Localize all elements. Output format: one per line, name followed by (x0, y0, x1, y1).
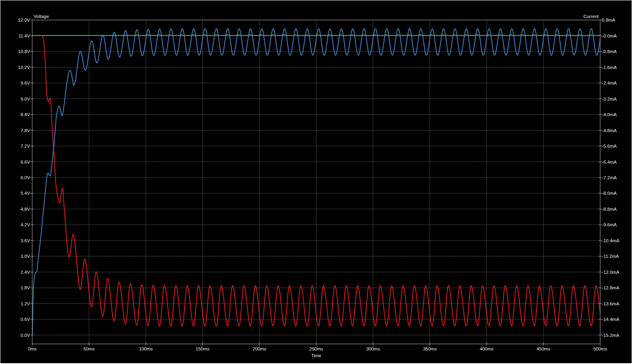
svg-text:7.2V: 7.2V (20, 144, 30, 148)
svg-text:4.2V: 4.2V (20, 222, 30, 227)
svg-text:-11.2mA: -11.2mA (602, 254, 619, 259)
svg-text:7.8V: 7.8V (20, 128, 30, 133)
svg-text:0.0V: 0.0V (20, 333, 30, 338)
svg-text:-4.0mA: -4.0mA (602, 112, 617, 117)
svg-text:-7.2mA: -7.2mA (602, 175, 617, 180)
svg-text:10.8V: 10.8V (18, 49, 30, 54)
svg-text:0ms: 0ms (28, 346, 37, 351)
svg-text:-6.4mA: -6.4mA (602, 160, 617, 164)
svg-text:Voltage: Voltage (34, 14, 49, 19)
svg-text:250ms: 250ms (309, 346, 323, 351)
svg-text:-1.6mA: -1.6mA (602, 65, 617, 70)
svg-text:500ms: 500ms (593, 346, 607, 351)
svg-text:350ms: 350ms (423, 346, 437, 351)
svg-text:100ms: 100ms (139, 346, 153, 351)
svg-text:-12.8mA: -12.8mA (602, 285, 620, 290)
svg-text:-12.0mA: -12.0mA (602, 270, 620, 275)
svg-text:5.4V: 5.4V (20, 191, 30, 196)
svg-text:200ms: 200ms (252, 346, 266, 351)
svg-text:1.8V: 1.8V (20, 285, 30, 290)
svg-text:-14.4mA: -14.4mA (602, 317, 620, 322)
svg-text:-3.2mA: -3.2mA (602, 97, 617, 101)
svg-text:50ms: 50ms (83, 346, 95, 351)
svg-text:0.6V: 0.6V (20, 317, 30, 322)
svg-text:150ms: 150ms (196, 346, 210, 351)
svg-text:300ms: 300ms (366, 346, 380, 351)
svg-text:3.0V: 3.0V (20, 254, 30, 259)
svg-text:400ms: 400ms (480, 346, 494, 351)
svg-text:Current: Current (583, 14, 599, 19)
svg-text:-2.4mA: -2.4mA (602, 81, 617, 85)
svg-text:3.6V: 3.6V (20, 238, 30, 243)
svg-text:10.2V: 10.2V (18, 65, 30, 70)
svg-text:8.4V: 8.4V (20, 112, 30, 117)
svg-text:-9.6mA: -9.6mA (602, 222, 617, 227)
svg-text:-10.4mA: -10.4mA (602, 238, 620, 243)
svg-text:-4.8mA: -4.8mA (602, 128, 617, 133)
svg-text:-0.8mA: -0.8mA (602, 49, 617, 54)
svg-text:-13.6mA: -13.6mA (602, 301, 620, 306)
svg-text:0.8mA: 0.8mA (602, 18, 616, 22)
svg-text:2.4V: 2.4V (20, 270, 30, 275)
svg-text:9.0V: 9.0V (20, 97, 30, 101)
svg-text:11.4V: 11.4V (18, 34, 30, 38)
svg-text:6.6V: 6.6V (20, 160, 30, 164)
svg-text:6.0V: 6.0V (20, 175, 30, 180)
svg-text:450ms: 450ms (537, 346, 551, 351)
svg-text:Time: Time (311, 353, 321, 358)
svg-text:-8.8mA: -8.8mA (602, 207, 617, 212)
svg-text:12.0V: 12.0V (18, 18, 30, 22)
svg-text:-15.2mA: -15.2mA (602, 333, 620, 338)
svg-text:-0.0mA: -0.0mA (602, 34, 617, 38)
svg-text:9.6V: 9.6V (20, 81, 30, 85)
svg-text:-5.6mA: -5.6mA (602, 144, 617, 148)
svg-text:-8.0mA: -8.0mA (602, 191, 617, 196)
svg-text:4.8V: 4.8V (20, 207, 30, 212)
svg-text:1.2V: 1.2V (20, 301, 30, 306)
